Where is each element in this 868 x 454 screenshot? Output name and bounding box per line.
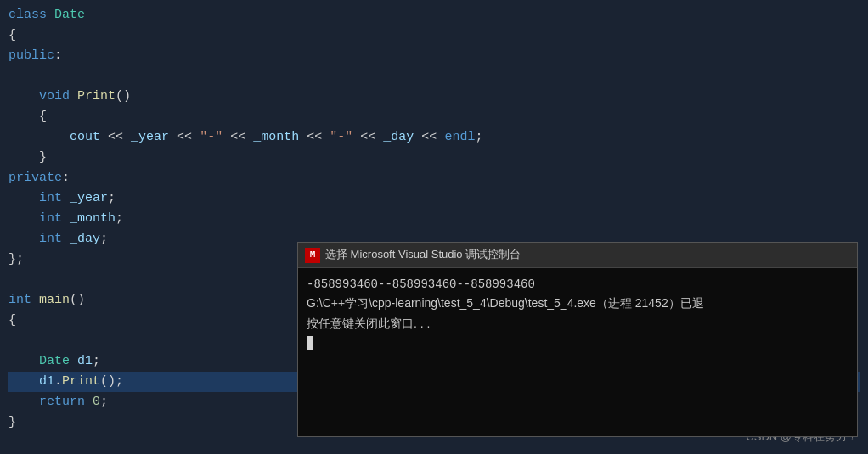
console-app-icon: M <box>305 248 320 263</box>
code-line-3: public: <box>8 46 860 66</box>
console-title: 选择 Microsoft Visual Studio 调试控制台 <box>325 246 521 263</box>
code-line-4 <box>8 66 860 87</box>
console-output-line1: -858993460--858993460--858993460 <box>307 275 848 294</box>
code-line-8: } <box>8 148 860 168</box>
code-line-11: int _month; <box>8 209 860 229</box>
console-cursor <box>307 336 313 350</box>
console-window[interactable]: M 选择 Microsoft Visual Studio 调试控制台 -8589… <box>297 242 858 437</box>
code-line-5: void Print() <box>8 87 860 107</box>
console-body: -858993460--858993460--858993460 G:\C++学… <box>298 268 857 360</box>
code-line-7: cout << _year << "-" << _month << "-" <<… <box>8 127 860 148</box>
code-line-10: int _year; <box>8 188 860 209</box>
code-line-2: { <box>8 25 860 46</box>
code-line-6: { <box>8 107 860 127</box>
console-titlebar: M 选择 Microsoft Visual Studio 调试控制台 <box>298 243 857 268</box>
code-line-9: private: <box>8 168 860 188</box>
console-output-line3: 按任意键关闭此窗口. . . <box>307 314 848 333</box>
console-output-line2: G:\C++学习\cpp-learning\test_5_4\Debug\tes… <box>307 294 848 313</box>
console-cursor-line <box>307 333 848 352</box>
code-line-1: class Date <box>8 5 860 25</box>
